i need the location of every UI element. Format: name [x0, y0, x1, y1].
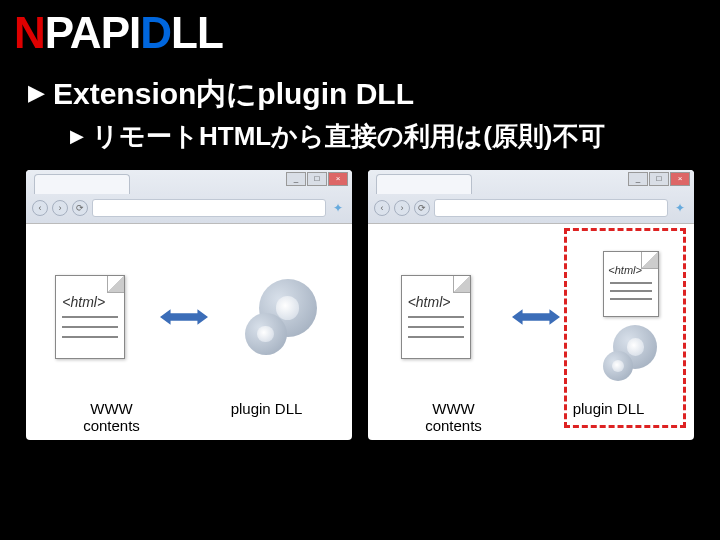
html-tag: <html> [608, 264, 642, 276]
title-ll: LL [171, 8, 223, 57]
captions-right: WWW contents plugin DLL [368, 400, 694, 442]
captions-left: WWW contents plugin DLL [26, 400, 352, 442]
double-arrow-icon [512, 306, 560, 328]
title-d: D [140, 8, 171, 57]
back-icon: ‹ [374, 200, 390, 216]
minimize-icon: _ [628, 172, 648, 186]
bullet-main-text: Extension内にplugin DLL [53, 74, 414, 115]
double-arrow-icon [160, 306, 208, 328]
caption-plugin: plugin DLL [222, 400, 312, 434]
bullet-sub: ▶ リモートHTMLから直接の利用は(原則)不可 [70, 119, 706, 154]
browser-chrome: _ □ × ‹ › ⟳ ✦ [26, 170, 352, 224]
gear-icon [243, 277, 323, 357]
browser-tab [376, 174, 472, 194]
star-icon: ✦ [330, 200, 346, 216]
html-tag: <html> [408, 294, 451, 310]
svg-marker-1 [512, 309, 560, 324]
svg-marker-0 [160, 309, 208, 324]
url-bar [92, 199, 326, 217]
slide-title: NPAPIDLL [14, 8, 706, 58]
maximize-icon: □ [649, 172, 669, 186]
extension-stack: <html> [601, 251, 661, 383]
gear-small-icon [601, 323, 661, 383]
caption-www: WWW contents [67, 400, 157, 434]
title-n: N [14, 8, 45, 57]
bullet-arrow-icon: ▶ [28, 80, 45, 106]
caption-www: WWW contents [409, 400, 499, 434]
html-tag: <html> [62, 294, 105, 310]
caption-extension: Extension [604, 445, 670, 462]
reload-icon: ⟳ [72, 200, 88, 216]
url-bar [434, 199, 668, 217]
forward-icon: › [394, 200, 410, 216]
html-doc-icon: <html> [55, 275, 125, 359]
browser-left: _ □ × ‹ › ⟳ ✦ <html> [26, 170, 352, 440]
diagram-panels: _ □ × ‹ › ⟳ ✦ <html> [26, 170, 694, 440]
browser-body: <html> [26, 224, 352, 400]
close-icon: × [670, 172, 690, 186]
maximize-icon: □ [307, 172, 327, 186]
bullet-main: ▶ Extension内にplugin DLL [28, 74, 706, 115]
bullet-sub-text: リモートHTMLから直接の利用は(原則)不可 [92, 119, 605, 154]
window-buttons: _ □ × [286, 172, 348, 186]
close-icon: × [328, 172, 348, 186]
nav-bar: ‹ › ⟳ ✦ [374, 198, 688, 218]
browser-right: _ □ × ‹ › ⟳ ✦ <html> [368, 170, 694, 440]
browser-body: <html> <html> [368, 224, 694, 400]
reload-icon: ⟳ [414, 200, 430, 216]
browser-tab [34, 174, 130, 194]
window-buttons: _ □ × [628, 172, 690, 186]
minimize-icon: _ [286, 172, 306, 186]
html-doc-icon: <html> [401, 275, 471, 359]
nav-bar: ‹ › ⟳ ✦ [32, 198, 346, 218]
browser-chrome: _ □ × ‹ › ⟳ ✦ [368, 170, 694, 224]
html-doc-small-icon: <html> [603, 251, 659, 317]
title-papi: PAPI [45, 8, 140, 57]
bullet-arrow-icon: ▶ [70, 125, 84, 147]
forward-icon: › [52, 200, 68, 216]
caption-plugin: plugin DLL [564, 400, 654, 434]
star-icon: ✦ [672, 200, 688, 216]
back-icon: ‹ [32, 200, 48, 216]
